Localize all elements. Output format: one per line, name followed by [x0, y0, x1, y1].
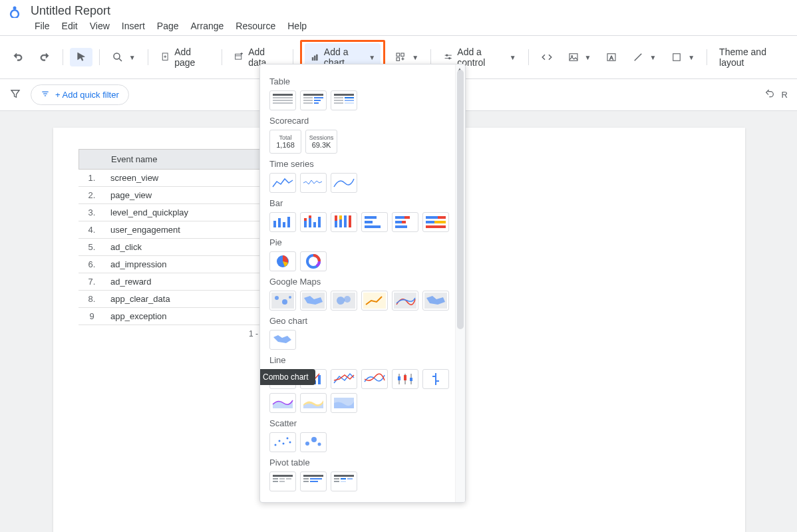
table-chart-tile[interactable]: [269, 90, 296, 110]
row-value: user_engagement: [105, 225, 265, 235]
svg-rect-86: [363, 293, 386, 309]
theme-layout-button[interactable]: Theme and layout: [714, 43, 790, 71]
filter-icon[interactable]: [9, 88, 21, 102]
filled-map-tile[interactable]: [300, 291, 327, 311]
table-row[interactable]: 3.level_end_quickplay: [79, 204, 265, 221]
geo-chart-tile[interactable]: [269, 330, 296, 350]
ohlc-tile[interactable]: [422, 369, 449, 389]
menu-resource[interactable]: Resource: [236, 21, 275, 31]
embed-button[interactable]: [536, 48, 558, 66]
menu-view[interactable]: View: [90, 21, 110, 31]
svg-rect-34: [303, 97, 313, 98]
separator: [148, 49, 148, 65]
select-tool[interactable]: [70, 48, 92, 66]
svg-rect-13: [401, 53, 404, 57]
redo-button[interactable]: [33, 48, 56, 66]
svg-rect-67: [404, 216, 410, 219]
svg-rect-64: [365, 221, 373, 223]
table-row[interactable]: 2.page_view: [79, 187, 265, 204]
menu-edit[interactable]: Edit: [62, 21, 78, 31]
document-title[interactable]: Untitled Report: [31, 4, 110, 18]
svg-rect-122: [303, 475, 323, 477]
scorecard-value: 1,168: [276, 141, 295, 149]
svg-text:A: A: [609, 55, 613, 61]
scrollbar-thumb[interactable]: [457, 70, 464, 329]
data-table[interactable]: Event name 1.screen_view2.page_view3.lev…: [79, 149, 265, 338]
separator: [222, 49, 222, 65]
stacked-area-tile[interactable]: [300, 393, 327, 413]
bar-chart-tile[interactable]: [361, 212, 388, 232]
area-chart-tile[interactable]: [269, 393, 296, 413]
add-quick-filter-button[interactable]: + Add quick filter: [31, 84, 129, 105]
line-chart-tile[interactable]: [331, 369, 357, 389]
right-letter: R: [782, 90, 788, 100]
menu-help[interactable]: Help: [287, 21, 307, 31]
reset-icon[interactable]: [764, 88, 775, 101]
line-map-tile[interactable]: [361, 291, 388, 311]
menu-file[interactable]: File: [35, 21, 50, 31]
table-row[interactable]: 5.ad_click: [79, 239, 265, 256]
heatmap-tile[interactable]: [331, 291, 357, 311]
image-button[interactable]: ▼: [562, 48, 597, 66]
pivot-table-tile[interactable]: [269, 471, 296, 491]
filled-map2-tile[interactable]: [422, 291, 449, 311]
svg-rect-126: [310, 481, 318, 482]
embed-icon: [541, 51, 553, 63]
svg-rect-39: [314, 102, 319, 104]
scorecard-compact-tile[interactable]: Sessions69.3K: [305, 130, 337, 154]
table-row[interactable]: 9app_exception: [79, 308, 265, 325]
table-bars-tile[interactable]: [300, 90, 327, 110]
menu-insert[interactable]: Insert: [122, 21, 145, 31]
donut-chart-tile[interactable]: [300, 251, 327, 271]
table-row[interactable]: 7.ad_reward: [79, 273, 265, 291]
stacked-bar-tile[interactable]: [392, 212, 418, 232]
bubble-map-tile[interactable]: [269, 291, 296, 311]
svg-rect-65: [365, 225, 381, 228]
stacked-column-tile[interactable]: [300, 212, 327, 232]
svg-rect-53: [309, 218, 311, 227]
candlestick-tile[interactable]: [392, 369, 418, 389]
scorecard-tile[interactable]: Total1,168: [269, 130, 301, 154]
smoothed-ts-tile[interactable]: [331, 173, 357, 193]
zoom-button[interactable]: ▼: [106, 48, 141, 66]
text-button[interactable]: A: [600, 48, 623, 66]
table-row[interactable]: 4.user_engagement: [79, 221, 265, 239]
undo-button[interactable]: [7, 48, 29, 66]
table-row[interactable]: 6.ad_impression: [79, 256, 265, 273]
add-page-button[interactable]: Add page: [155, 43, 215, 71]
scrollbar[interactable]: ▲: [455, 65, 465, 502]
timeseries-tile[interactable]: [269, 173, 296, 193]
caret-down-icon: ▼: [688, 54, 695, 61]
table-heatmap-tile[interactable]: [331, 90, 357, 110]
line-button[interactable]: ▼: [627, 48, 661, 66]
menu-page[interactable]: Page: [157, 21, 179, 31]
svg-rect-52: [304, 218, 307, 221]
scatter-tile[interactable]: [269, 432, 296, 452]
text-icon: A: [605, 51, 617, 63]
redo-icon: [39, 51, 51, 63]
svg-rect-123: [303, 478, 309, 479]
menu-arrange[interactable]: Arrange: [191, 21, 224, 31]
shape-button[interactable]: ▼: [665, 48, 700, 66]
100-stacked-bar-tile[interactable]: [422, 212, 449, 232]
combo-map-tile[interactable]: [392, 291, 418, 311]
100-stacked-column-tile[interactable]: [331, 212, 357, 232]
row-value: app_exception: [105, 311, 265, 321]
pivot-heatmap-tile[interactable]: [331, 471, 357, 491]
svg-rect-119: [286, 478, 291, 479]
column-chart-tile[interactable]: [269, 212, 296, 232]
bubble-chart-tile[interactable]: [300, 432, 327, 452]
svg-rect-20: [569, 54, 577, 61]
svg-rect-132: [341, 481, 346, 482]
svg-line-24: [635, 54, 642, 61]
row-num: 4.: [79, 225, 105, 235]
100-stacked-area-tile[interactable]: [331, 393, 357, 413]
pivot-bars-tile[interactable]: [300, 471, 327, 491]
svg-rect-103: [410, 378, 412, 381]
table-row[interactable]: 1.screen_view: [79, 170, 265, 187]
sparkline-tile[interactable]: [300, 173, 327, 193]
table-row[interactable]: 8.app_clear_data: [79, 291, 265, 308]
pie-chart-tile[interactable]: [269, 251, 296, 271]
theme-layout-label: Theme and layout: [719, 47, 785, 68]
smoothed-line-tile[interactable]: [361, 369, 388, 389]
